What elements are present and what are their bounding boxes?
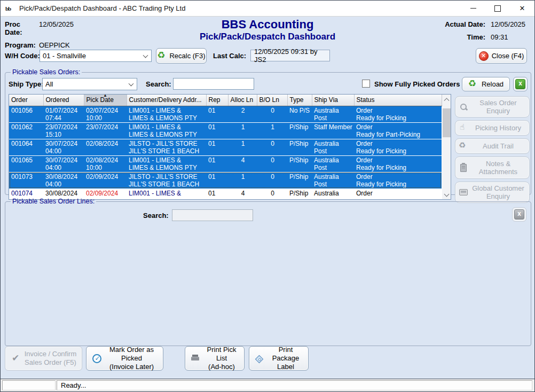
- button-label: Notes & Attachments: [469, 160, 527, 176]
- cell-bo: 0: [257, 155, 287, 172]
- recycle-icon: [468, 80, 478, 89]
- column-header-alloc-ln[interactable]: Alloc Ln: [228, 95, 257, 106]
- app-window: Pick/Pack/Despatch Dashboard - ABC Tradi…: [0, 0, 535, 392]
- order-row-001073[interactable]: 00107330/08/202404:0002/09/2024JILSTO - …: [9, 172, 442, 189]
- invoice-confirm-sales-order-f5--button[interactable]: Invoice / Confirm Sales Order (F5): [5, 346, 82, 371]
- audit-trail-button[interactable]: Audit Trail: [455, 138, 530, 154]
- close-f4-button[interactable]: Close (F4): [476, 48, 527, 64]
- sales-order-enquiry-button[interactable]: Sales Order Enquiry: [455, 96, 530, 117]
- pickable-sales-order-lines-section: Pickable Sales Order Lines: Search:: [5, 198, 531, 346]
- cell-cust: LIM001 - LIMES &LIMES & LEMONS PTY: [127, 155, 206, 172]
- status-message-panel: Ready...: [57, 380, 532, 390]
- scrollbar-thumb[interactable]: [443, 108, 451, 137]
- order-row-001056[interactable]: 00105601/07/202407:4402/07/202410:00LIM0…: [9, 106, 442, 122]
- cell-status: OrderReady for Picking: [354, 172, 442, 189]
- order-row-001062[interactable]: 00106223/07/202415:1023/07/2024LIM001 - …: [9, 122, 442, 139]
- orders-header-row: OrderOrderedPick DateCustomer/Delivery A…: [9, 95, 442, 106]
- excel-icon: [514, 209, 524, 219]
- tag-icon: [255, 355, 264, 363]
- cell-status: OrderReady for Picking: [354, 139, 442, 155]
- cell-rep: 01: [206, 139, 228, 155]
- column-header-pick-date[interactable]: Pick Date: [84, 95, 127, 106]
- column-header-status[interactable]: Status: [354, 95, 442, 106]
- wh-code-value: 01 - Smallville: [43, 52, 86, 60]
- order-row-001065[interactable]: 00106530/07/202404:0002/08/202410:00LIM0…: [9, 155, 442, 172]
- recalc-button[interactable]: Recalc (F3): [156, 48, 207, 64]
- scroll-up-button[interactable]: [442, 95, 451, 103]
- show-fully-picked-checkbox[interactable]: [362, 80, 370, 88]
- column-header-type[interactable]: Type: [287, 95, 312, 106]
- cell-alloc: 1: [228, 122, 257, 139]
- orders-search-label: Search:: [146, 80, 171, 88]
- proc-date-label: Proc Date:: [5, 20, 39, 36]
- button-label: Sales Order Enquiry: [469, 99, 527, 115]
- column-label: B/O Ln: [259, 96, 279, 104]
- close-f4-label: Close (F4): [492, 52, 524, 60]
- cell-order: 001062: [9, 122, 43, 139]
- close-window-button[interactable]: [510, 1, 534, 16]
- cell-cust: JILSTO - JILL'S STOREJILL'S STORE 1 BEAC…: [127, 172, 206, 189]
- column-header-rep[interactable]: Rep: [206, 95, 228, 106]
- status-text: Ready...: [61, 381, 86, 389]
- minimize-button[interactable]: [461, 1, 485, 16]
- check-icon: [12, 354, 19, 363]
- orders-search-input[interactable]: [173, 78, 254, 90]
- reload-button[interactable]: Reload: [462, 77, 510, 91]
- clipboard-icon: [460, 164, 467, 172]
- cell-ordered: 30/08/202404:00: [43, 172, 84, 189]
- cell-order: 001056: [9, 106, 43, 122]
- mark-order-as-picked-invoice-later--button[interactable]: Mark Order as Picked (Invoice Later): [86, 346, 163, 371]
- ship-type-label: Ship Type:: [9, 80, 43, 88]
- title-bar[interactable]: Pick/Pack/Despatch Dashboard - ABC Tradi…: [1, 1, 534, 17]
- orders-scrollbar[interactable]: [442, 95, 451, 199]
- show-fully-picked-label: Show Fully Picked Orders: [374, 80, 460, 88]
- cell-ordered: 01/07/202407:44: [43, 106, 84, 122]
- cell-bo: 0: [257, 172, 287, 189]
- cell-type: P/Ship: [287, 122, 312, 139]
- hand-icon: [460, 124, 467, 132]
- chevron-down-icon: [129, 81, 134, 86]
- cell-alloc: 2: [228, 106, 257, 122]
- cell-status: OrderReady for Picking: [354, 155, 442, 172]
- magnifier-icon: [460, 103, 468, 111]
- chevron-down-icon: [143, 52, 148, 58]
- actual-date-value: 12/05/2025: [491, 20, 529, 28]
- cell-pick: 02/08/2024: [84, 139, 127, 155]
- column-header-order[interactable]: Order: [9, 95, 43, 106]
- cell-type: No P/S: [287, 106, 312, 122]
- wh-code-select[interactable]: 01 - Smallville: [40, 50, 152, 62]
- cell-ship: AustraliaPost: [312, 139, 354, 155]
- column-header-b-o-ln[interactable]: B/O Ln: [257, 95, 287, 106]
- pickable-sales-orders-section: Pickable Sales Orders: Ship Type: All Se…: [5, 68, 531, 195]
- last-calc-label: Last Calc:: [213, 52, 246, 60]
- ship-type-select[interactable]: All: [42, 78, 137, 90]
- print-pick-list-ad-hoc--button[interactable]: Print Pick List (Ad-hoc): [185, 346, 245, 371]
- lines-search-input[interactable]: [172, 209, 253, 221]
- column-header-ordered[interactable]: Ordered: [43, 95, 84, 106]
- export-lines-excel-button[interactable]: [512, 207, 526, 222]
- maximize-button[interactable]: [485, 1, 510, 16]
- cell-ship: AustraliaPost: [312, 155, 354, 172]
- cell-pick: 23/07/2024: [84, 122, 127, 139]
- actual-date-label: Actual Date:: [445, 20, 485, 28]
- column-header-ship-via[interactable]: Ship Via: [312, 95, 354, 106]
- last-calc-field: 12/05/2025 09:31 by JS2: [250, 50, 330, 61]
- column-header-customer-delivery-addr-[interactable]: Customer/Delivery Addr...: [127, 95, 206, 106]
- order-row-001064[interactable]: 00106430/07/202404:0002/08/2024JILSTO - …: [9, 139, 442, 155]
- cell-ordered: 30/07/202404:00: [43, 155, 84, 172]
- notes-attachments-button[interactable]: Notes & Attachments: [455, 156, 530, 179]
- print-package-label-button[interactable]: Print Package Label: [249, 346, 309, 371]
- cell-cust: JILSTO - JILL'S STOREJILL'S STORE 1 BEAC…: [127, 139, 206, 155]
- column-label: Customer/Delivery Addr...: [129, 96, 202, 104]
- cell-rep: 01: [206, 106, 228, 122]
- reload-label: Reload: [482, 80, 503, 88]
- status-left-panel: [2, 380, 56, 390]
- cell-rep: 01: [206, 172, 228, 189]
- picking-history-button[interactable]: Picking History: [455, 120, 530, 136]
- column-label: Status: [357, 96, 375, 104]
- actions-row: Invoice / Confirm Sales Order (F5)Mark O…: [5, 346, 530, 372]
- circle-check-icon: [92, 354, 101, 363]
- export-orders-excel-button[interactable]: [513, 77, 528, 91]
- window-title: Pick/Pack/Despatch Dashboard - ABC Tradi…: [19, 4, 185, 12]
- status-bar: Ready...: [1, 379, 534, 391]
